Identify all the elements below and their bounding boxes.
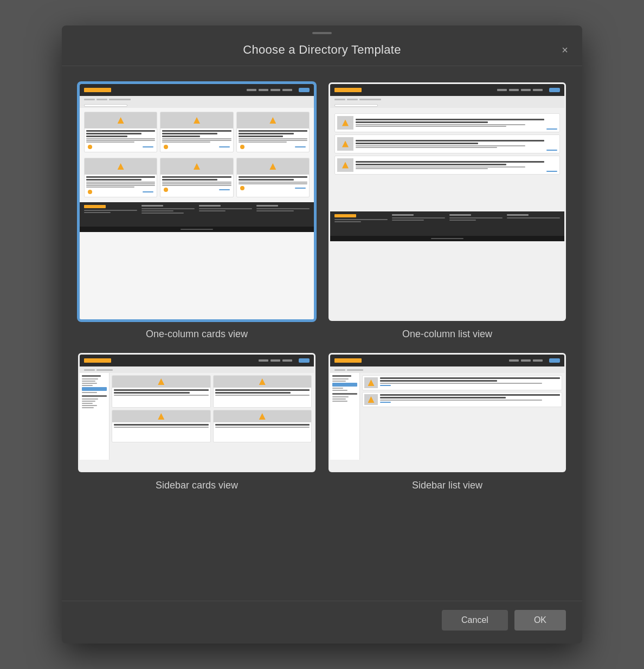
card-image <box>112 410 210 422</box>
card-item <box>112 375 211 408</box>
list-title-2 <box>380 397 506 398</box>
nav-link <box>271 359 280 362</box>
card-text-short <box>86 141 134 143</box>
card-link <box>219 189 230 190</box>
sidebar-item <box>82 401 95 402</box>
list-text <box>356 168 488 169</box>
list-content <box>356 119 544 127</box>
card-title <box>215 389 310 391</box>
mockup-powered <box>330 236 564 241</box>
list-image <box>337 158 353 172</box>
mockup-logo <box>334 358 362 363</box>
list-image <box>364 377 378 388</box>
cards-row-1 <box>80 109 314 155</box>
card-body <box>85 175 157 197</box>
mockup-nav <box>330 84 564 96</box>
card-title-2 <box>162 179 217 181</box>
card-text <box>162 182 231 183</box>
sidebar-item <box>332 378 349 379</box>
breadcrumb-item <box>359 99 381 100</box>
footer-heading <box>449 214 471 216</box>
card-title-2 <box>114 392 190 394</box>
footer-link <box>84 210 137 211</box>
template-preview-sidebar-cards[interactable] <box>78 353 315 472</box>
sidebar-item <box>332 398 346 400</box>
card-item <box>160 158 233 197</box>
footer-heading <box>507 214 529 216</box>
template-item[interactable]: One-column list view <box>329 82 566 340</box>
card-icon <box>194 163 200 170</box>
footer-link <box>392 217 445 218</box>
list-text <box>356 124 525 125</box>
card-title-2 <box>162 133 217 134</box>
list-text <box>380 383 542 384</box>
list-icon <box>368 379 375 386</box>
card-link <box>143 191 153 192</box>
card-body <box>112 388 210 398</box>
mockup-powered <box>80 227 314 232</box>
nav-link <box>509 89 519 91</box>
card-footer <box>239 144 307 150</box>
template-preview-list[interactable] <box>329 82 566 321</box>
list-title-2 <box>356 143 478 144</box>
footer-heading <box>199 205 221 207</box>
list-link <box>546 128 557 130</box>
card-link <box>143 146 153 147</box>
list-text <box>356 166 525 168</box>
card-icon <box>194 117 200 124</box>
card-title <box>239 176 307 178</box>
mockup-nav <box>80 84 314 96</box>
footer-col <box>256 205 310 224</box>
card-body <box>214 422 312 430</box>
mockup-cards <box>80 84 314 319</box>
mockup-search <box>330 102 564 108</box>
template-preview-cards[interactable] <box>78 82 315 321</box>
footer-col <box>84 205 137 224</box>
list-title <box>356 140 544 141</box>
breadcrumb-item <box>347 99 358 100</box>
card-text <box>86 140 155 141</box>
nav-link <box>533 89 543 91</box>
card-link <box>295 188 306 189</box>
card-title <box>239 130 307 132</box>
ok-button[interactable]: OK <box>514 610 566 631</box>
card-icon <box>118 117 124 124</box>
breadcrumb-item <box>334 99 345 100</box>
sidebar-item <box>82 398 98 400</box>
breadcrumb-item <box>96 99 107 100</box>
card-text <box>239 140 307 141</box>
card-title-2 <box>86 133 141 134</box>
template-item[interactable]: Sidebar cards view <box>78 353 315 491</box>
sidebar-section <box>332 393 357 395</box>
mockup-breadcrumb <box>330 366 564 373</box>
footer-col <box>392 214 445 233</box>
template-label-sidebar-cards: Sidebar cards view <box>156 480 238 491</box>
template-item[interactable]: Sidebar list view <box>329 353 566 491</box>
mockup-footer <box>330 211 564 236</box>
list-content <box>356 161 544 170</box>
list-icon <box>342 162 349 169</box>
sidebar-item <box>332 401 347 402</box>
close-button[interactable]: × <box>558 42 571 57</box>
cancel-button[interactable]: Cancel <box>442 610 508 631</box>
list-title-2 <box>356 164 506 165</box>
mockup-breadcrumb <box>80 366 314 373</box>
card-title-2 <box>239 179 294 181</box>
template-label-list: One-column list view <box>402 329 492 340</box>
mockup-search <box>80 102 314 108</box>
list-link <box>546 150 557 151</box>
card-text-short <box>239 141 287 143</box>
card-avatar <box>164 188 168 192</box>
cards-row-2 <box>80 155 314 200</box>
breadcrumb-item <box>347 369 363 371</box>
template-item[interactable]: One-column cards view <box>78 82 315 340</box>
mockup-nav-links <box>259 359 292 362</box>
footer-link <box>392 220 424 221</box>
powered-text <box>181 229 213 230</box>
template-preview-sidebar-list[interactable] <box>329 353 566 472</box>
footer-link <box>256 208 310 209</box>
sidebar-section-title <box>82 375 101 377</box>
nav-link <box>521 89 531 91</box>
modal-header: Choose a Directory Template × <box>62 34 582 66</box>
mockup-main <box>360 373 564 460</box>
